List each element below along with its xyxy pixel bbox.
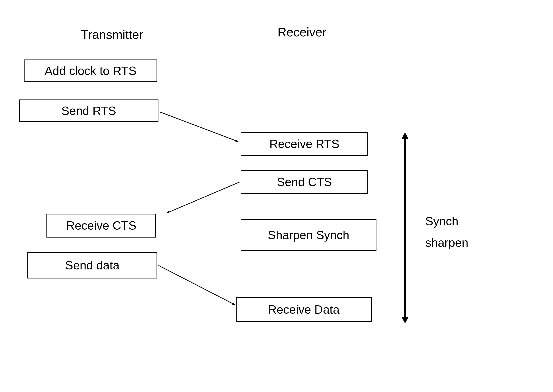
receiver-header: Receiver (278, 25, 326, 39)
box-send-cts: Send CTS (241, 170, 368, 194)
box-label: Send data (65, 259, 120, 272)
arrow-send-data-to-receive-data (158, 265, 235, 305)
arrows-layer (0, 0, 553, 392)
box-label: Receive CTS (66, 219, 136, 232)
arrow-send-cts-to-receive-cts (167, 182, 239, 213)
synch-sharpen-label: Synch sharpen (425, 211, 468, 253)
box-send-data: Send data (27, 252, 157, 279)
protocol-diagram: Transmitter Receiver Add clock to RTS Se… (0, 0, 553, 392)
box-label: Add clock to RTS (44, 64, 136, 78)
box-sharpen-synch: Sharpen Synch (241, 219, 376, 251)
annotation-line2: sharpen (425, 232, 468, 253)
box-label: Send CTS (277, 175, 332, 189)
box-label: Send RTS (61, 104, 116, 118)
arrow-send-rts-to-receive-rts (160, 112, 238, 142)
box-receive-cts: Receive CTS (46, 214, 156, 238)
box-label: Receive Data (268, 303, 339, 316)
box-label: Sharpen Synch (268, 228, 349, 242)
annotation-line1: Synch (425, 211, 468, 232)
box-receive-rts: Receive RTS (241, 132, 368, 156)
box-receive-data: Receive Data (236, 297, 372, 322)
transmitter-header: Transmitter (81, 27, 143, 42)
box-send-rts: Send RTS (19, 99, 158, 122)
box-label: Receive RTS (269, 137, 339, 151)
box-add-clock-to-rts: Add clock to RTS (24, 60, 157, 82)
